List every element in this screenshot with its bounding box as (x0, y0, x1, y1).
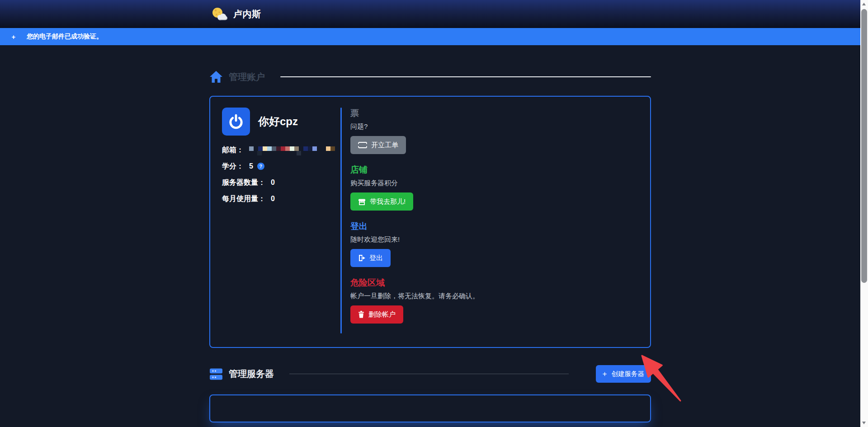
credits-help-badge[interactable]: ? (257, 163, 264, 170)
plus-icon: + (10, 33, 17, 41)
logout-button[interactable]: 登出 (350, 249, 391, 267)
danger-zone-text: 帐户一旦删除，将无法恢复。请务必确认。 (350, 292, 639, 300)
avatar (222, 108, 250, 136)
section-title-servers: 管理服务器 (229, 368, 274, 380)
plus-icon: + (603, 370, 607, 378)
alert-message: 您的电子邮件已成功验证。 (27, 33, 103, 41)
email-label: 邮箱： (222, 145, 244, 155)
logout-text: 随时欢迎您回来! (350, 235, 639, 244)
divider-line (289, 374, 569, 374)
account-section-header: 管理账户 (209, 70, 651, 83)
danger-zone-block: 危险区域 帐户一旦删除，将无法恢复。请务必确认。 删除帐户 (350, 277, 639, 324)
server-count-row: 服务器数量： 0 (222, 178, 340, 187)
credits-value: 5 (249, 162, 253, 170)
go-to-shop-button-label: 带我去那儿! (370, 197, 406, 206)
power-icon (228, 113, 244, 130)
scrollbar-thumb[interactable] (861, 9, 867, 283)
ticket-text: 问题? (350, 122, 639, 131)
username: 你好cpz (258, 114, 298, 129)
delete-account-button-label: 删除帐户 (368, 310, 396, 319)
moon-cloud-logo-icon (211, 7, 227, 21)
open-ticket-button-label: 开立工单 (371, 141, 398, 149)
scrollbar[interactable] (860, 0, 868, 427)
section-title-account: 管理账户 (229, 71, 265, 83)
create-server-button-label: 创建服务器 (612, 370, 645, 378)
email-redacted-mosaic (249, 145, 335, 155)
ticket-block: 票 问题? 开立工单 (350, 108, 639, 154)
server-count-value: 0 (271, 178, 275, 187)
credits-row: 学分： 5 ? (222, 162, 340, 171)
go-to-shop-button[interactable]: 带我去那儿! (350, 192, 413, 211)
email-verified-alert: + 您的电子邮件已成功验证。 (0, 28, 860, 45)
server-list-empty (209, 394, 651, 422)
ticket-icon (358, 142, 367, 148)
monthly-usage-row: 每月使用量： 0 (222, 194, 340, 203)
trash-icon (358, 311, 364, 318)
danger-zone-heading: 危险区域 (350, 277, 639, 289)
logout-block: 登出 随时欢迎您回来! 登出 (350, 221, 639, 267)
scrollbar-down-arrow-icon[interactable] (862, 422, 866, 424)
scrollbar-up-arrow-icon[interactable] (862, 3, 866, 5)
divider-line (280, 76, 651, 77)
monthly-usage-label: 每月使用量： (222, 194, 265, 204)
monthly-usage-value: 0 (271, 195, 275, 203)
logout-heading: 登出 (350, 221, 639, 232)
credits-label: 学分： (222, 162, 244, 171)
email-field-row: 邮箱： (222, 145, 340, 155)
servers-section-header: 管理服务器 + 创建服务器 (209, 365, 651, 383)
account-card: 你好cpz 邮箱： 学分： 5 ? 服务器数量： 0 每月使用量： 0 (209, 96, 651, 348)
brand-title: 卢内斯 (233, 8, 261, 20)
delete-account-button[interactable]: 删除帐户 (350, 305, 403, 324)
home-icon (209, 70, 223, 83)
server-count-label: 服务器数量： (222, 178, 265, 188)
open-ticket-button[interactable]: 开立工单 (350, 136, 406, 154)
navbar: 卢内斯 (0, 0, 860, 28)
shop-block: 店铺 购买服务器积分 带我去那儿! (350, 164, 639, 211)
servers-icon (209, 367, 223, 381)
shop-heading: 店铺 (350, 164, 639, 176)
ticket-heading: 票 (350, 108, 639, 119)
store-icon (358, 198, 366, 205)
logout-button-label: 登出 (369, 254, 383, 262)
shop-text: 购买服务器积分 (350, 179, 639, 188)
create-server-button[interactable]: + 创建服务器 (596, 365, 651, 383)
sign-out-icon (358, 254, 365, 262)
